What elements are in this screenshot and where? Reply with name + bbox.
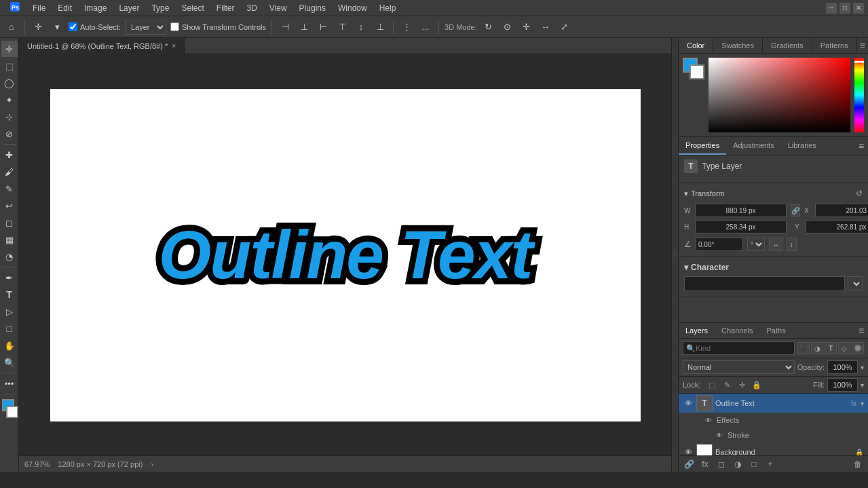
3d-rotate-btn[interactable]: ↻ — [481, 20, 496, 35]
layer-expand-arrow[interactable]: ▾ — [861, 400, 864, 407]
maximize-btn[interactable]: □ — [839, 3, 850, 14]
new-layer-btn[interactable]: + — [764, 458, 776, 470]
width-input[interactable] — [695, 204, 787, 217]
hand-tool[interactable]: ✋ — [1, 337, 18, 354]
3d-orbit-btn[interactable]: ⊙ — [500, 20, 515, 35]
properties-panel-options[interactable]: ≡ — [854, 137, 868, 155]
angle-input[interactable] — [696, 238, 743, 251]
background-layer-item[interactable]: 👁 Background 🔒 — [679, 443, 868, 455]
distribute-btn[interactable]: ⋮ — [399, 20, 414, 35]
channels-tab[interactable]: Channels — [715, 323, 759, 338]
height-input[interactable] — [695, 220, 787, 233]
color-spectrum[interactable] — [709, 58, 850, 132]
character-triangle[interactable]: ▾ — [684, 263, 688, 272]
dodge-tool[interactable]: ◔ — [1, 248, 18, 265]
3d-scale-btn[interactable]: ⤢ — [557, 20, 572, 35]
effects-visibility[interactable]: 👁 — [703, 415, 714, 426]
brush-tool[interactable]: 🖌 — [1, 164, 18, 180]
background-color[interactable] — [6, 406, 18, 418]
menu-3d[interactable]: 3D — [241, 2, 262, 14]
menu-type[interactable]: Type — [146, 2, 174, 14]
type-tool[interactable]: T — [1, 286, 18, 303]
layer-visibility-toggle[interactable]: 👁 — [683, 398, 694, 409]
transform-triangle[interactable]: ▾ — [684, 189, 688, 198]
blend-mode-select[interactable]: Normal Multiply Screen Overlay — [683, 360, 795, 374]
shape-tool[interactable]: □ — [1, 320, 18, 337]
flip-h-btn[interactable]: ↔ — [769, 238, 782, 251]
filter-adjust-btn[interactable]: ◑ — [811, 342, 823, 354]
canvas-viewport[interactable]: Outline Text — [19, 54, 671, 455]
outline-text[interactable]: Outline Text — [158, 216, 531, 294]
filter-smart-btn[interactable] — [852, 342, 864, 354]
layer-style-btn[interactable]: fx — [699, 458, 711, 470]
menu-plugins[interactable]: Plugins — [294, 2, 331, 14]
move-tool-btn[interactable]: ✛ — [31, 20, 45, 35]
eraser-tool[interactable]: ◻ — [1, 214, 18, 231]
new-fill-layer-btn[interactable]: ◑ — [732, 458, 744, 470]
menu-file[interactable]: File — [27, 2, 51, 14]
gradients-tab[interactable]: Gradients — [763, 38, 812, 53]
layer-mask-btn[interactable]: ◻ — [715, 458, 728, 470]
layers-tab[interactable]: Layers — [679, 323, 715, 338]
lock-position-btn[interactable]: ✎ — [721, 379, 733, 391]
layer-search-box[interactable]: 🔍 — [683, 341, 795, 355]
swatches-tab[interactable]: Swatches — [713, 38, 763, 53]
font-family-input[interactable] — [684, 276, 845, 291]
status-arrow[interactable]: › — [151, 460, 153, 468]
lock-pixels-btn[interactable]: ⬚ — [706, 379, 718, 391]
lock-artboard-btn[interactable]: ✛ — [736, 379, 748, 391]
properties-tab[interactable]: Properties — [679, 137, 726, 155]
auto-select-mode-select[interactable]: Layer Group — [125, 20, 166, 35]
menu-image[interactable]: Image — [79, 2, 112, 14]
wh-link-btn[interactable]: 🔗 — [791, 204, 800, 217]
pen-tool[interactable]: ✒ — [1, 269, 18, 286]
move-tool[interactable]: ✛ — [1, 41, 18, 57]
layers-panel-options[interactable]: ≡ — [854, 325, 868, 336]
new-group-btn[interactable]: □ — [748, 458, 760, 470]
3d-slide-btn[interactable]: ↔ — [538, 20, 553, 35]
filter-type-btn[interactable]: T — [825, 342, 837, 354]
opacity-arrow[interactable]: ▾ — [861, 364, 864, 371]
align-right-btn[interactable]: ⊢ — [316, 20, 331, 35]
extra-tools-btn[interactable]: ••• — [1, 375, 18, 392]
history-brush-tool[interactable]: ↩ — [1, 198, 18, 214]
flip-v-btn[interactable]: ↕ — [787, 238, 797, 251]
minimize-btn[interactable]: ─ — [826, 3, 837, 14]
extra-options-btn[interactable]: ... — [418, 20, 433, 35]
color-panel-options[interactable]: ≡ — [857, 38, 868, 53]
panel-collapse-handle[interactable]: ‹ — [671, 38, 678, 472]
lasso-tool[interactable]: ◯ — [1, 75, 18, 91]
background-visibility-toggle[interactable]: 👁 — [683, 447, 694, 455]
menu-help[interactable]: Help — [374, 2, 402, 14]
auto-select-checkbox[interactable] — [69, 22, 77, 31]
patterns-tab[interactable]: Patterns — [812, 38, 857, 53]
align-top-btn[interactable]: ⊤ — [335, 20, 350, 35]
home-btn[interactable]: ⌂ — [4, 20, 19, 35]
lock-all-btn[interactable]: 🔒 — [751, 379, 763, 391]
adjustments-tab[interactable]: Adjustments — [726, 137, 781, 155]
filter-shape-btn[interactable]: ◇ — [838, 342, 850, 354]
link-layers-btn[interactable]: 🔗 — [683, 458, 695, 470]
effects-sub-layer[interactable]: 👁 Effects — [679, 413, 868, 428]
menu-select[interactable]: Select — [176, 2, 209, 14]
close-btn[interactable]: ✕ — [853, 3, 864, 14]
menu-window[interactable]: Window — [333, 2, 373, 14]
stroke-sub-layer[interactable]: 👁 Stroke — [679, 428, 868, 443]
color-tab[interactable]: Color — [679, 38, 713, 53]
align-bottom-btn[interactable]: ⊥ — [373, 20, 388, 35]
fill-arrow[interactable]: ▾ — [861, 381, 864, 389]
y-input[interactable] — [806, 220, 868, 233]
gradient-tool[interactable]: ▦ — [1, 231, 18, 248]
tab-close[interactable]: × — [172, 42, 176, 50]
path-select-tool[interactable]: ▷ — [1, 303, 18, 320]
eyedropper-tool[interactable]: ⊘ — [1, 126, 18, 142]
align-middle-btn[interactable]: ↕ — [354, 20, 369, 35]
crop-tool[interactable]: ⊹ — [1, 109, 18, 125]
menu-view[interactable]: View — [264, 2, 293, 14]
filter-pixel-btn[interactable]: ⬛ — [797, 342, 810, 354]
quick-select-tool[interactable]: ✦ — [1, 92, 18, 108]
stroke-visibility[interactable]: 👁 — [714, 430, 725, 440]
align-center-btn[interactable]: ⊥ — [297, 20, 312, 35]
opacity-input[interactable] — [827, 360, 858, 374]
menu-filter[interactable]: Filter — [211, 2, 240, 14]
